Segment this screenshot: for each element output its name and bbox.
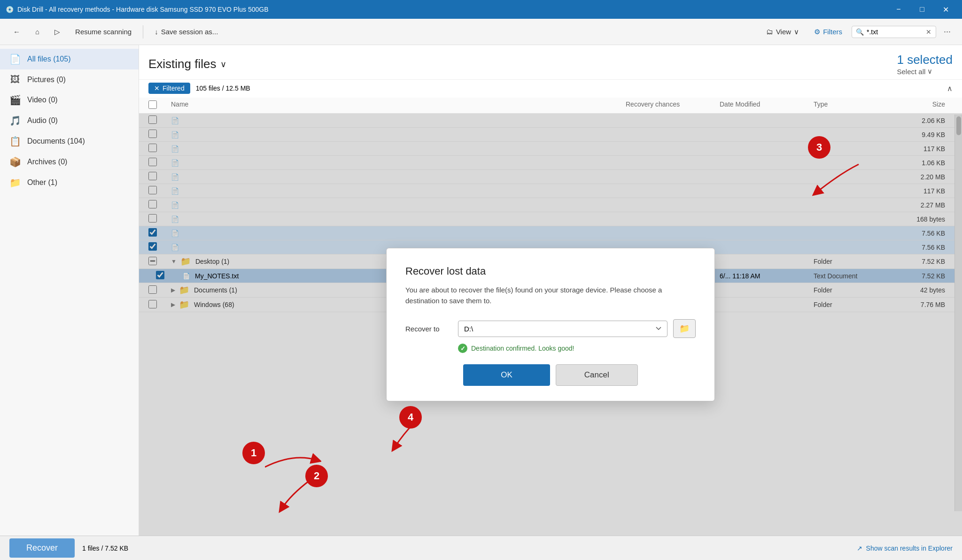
search-box: 🔍 ✕ [852, 26, 936, 38]
sidebar-item-archives-label: Archives (0) [27, 158, 67, 166]
resume-label: Resume scanning [75, 28, 132, 36]
explorer-label: Show scan results in Explorer [866, 545, 953, 552]
resume-scanning-button[interactable]: Resume scanning [70, 25, 137, 38]
close-button[interactable]: ✕ [935, 0, 956, 19]
title-bar-text: Disk Drill - All recovery methods - Hard… [17, 6, 269, 13]
save-icon: ↓ [155, 28, 158, 36]
content-header: Existing files ∨ 1 selected Select all ∨ [139, 45, 962, 80]
save-session-label: Save session as... [161, 28, 218, 36]
browse-folder-button[interactable]: 📁 [673, 319, 696, 338]
filter-file-info: 105 files / 12.5 MB [196, 84, 250, 92]
recover-to-row: Recover to D:\ 📁 [405, 319, 696, 338]
documents-icon: 📋 [9, 136, 21, 147]
home-button[interactable]: ⌂ [30, 25, 45, 38]
back-icon: ← [13, 28, 20, 36]
main-layout: 📄 All files (105) 🖼 Pictures (0) 🎬 Video… [0, 45, 962, 536]
col-size-header: Size [889, 100, 945, 110]
bottom-bar: Recover 1 files / 7.52 KB ↗ Show scan re… [0, 536, 962, 560]
filters-button[interactable]: ⚙ Filters [808, 25, 848, 39]
save-session-button[interactable]: ↓ Save session as... [149, 25, 224, 38]
sidebar-item-documents-label: Documents (104) [27, 137, 85, 146]
toolbar: ← ⌂ ▷ Resume scanning ↓ Save session as.… [0, 19, 962, 45]
play-icon: ▷ [54, 28, 60, 36]
title-bar-left: 💿 Disk Drill - All recovery methods - Ha… [6, 6, 269, 13]
sidebar-item-archives[interactable]: 📦 Archives (0) [0, 152, 139, 172]
app-icon: 💿 [6, 6, 14, 13]
explorer-icon: ↗ [857, 545, 862, 552]
confirm-message: Destination confirmed. Looks good! [471, 345, 574, 352]
bottom-file-info: 1 files / 7.52 KB [82, 545, 128, 552]
title-bar: 💿 Disk Drill - All recovery methods - Ha… [0, 0, 962, 19]
table-container[interactable]: 📄 2.06 KB 📄 9.49 KB 📄 [139, 114, 962, 536]
filtered-label: Filtered [163, 84, 185, 92]
filters-icon: ⚙ [814, 28, 820, 36]
sidebar-item-other[interactable]: 📁 Other (1) [0, 172, 139, 193]
dialog-title: Recover lost data [405, 265, 696, 277]
more-button[interactable]: ··· [940, 25, 954, 38]
dialog-ok-button[interactable]: OK [463, 364, 550, 386]
search-input[interactable] [867, 28, 923, 36]
other-icon: 📁 [9, 177, 21, 188]
sidebar-item-documents[interactable]: 📋 Documents (104) [0, 131, 139, 152]
dialog-cancel-button[interactable]: Cancel [556, 364, 638, 386]
archives-icon: 📦 [9, 156, 21, 168]
view-button[interactable]: 🗂 View ∨ [760, 25, 805, 39]
audio-icon: 🎵 [9, 115, 21, 126]
minimize-button[interactable]: − [888, 0, 909, 19]
dialog-description: You are about to recover the file(s) fou… [405, 285, 696, 306]
select-all-checkbox[interactable] [148, 100, 157, 109]
sidebar-item-audio[interactable]: 🎵 Audio (0) [0, 110, 139, 131]
browse-folder-icon: 📁 [679, 324, 690, 333]
search-icon: 🔍 [856, 28, 864, 36]
sidebar-item-pictures-label: Pictures (0) [27, 76, 66, 84]
search-clear-button[interactable]: ✕ [926, 28, 931, 36]
sidebar-item-all-files[interactable]: 📄 All files (105) [0, 49, 139, 69]
table-header: Name Recovery chances Date Modified Type… [139, 98, 962, 114]
view-label: View [776, 28, 791, 36]
view-chevron: ∨ [794, 28, 799, 36]
show-in-explorer-link[interactable]: ↗ Show scan results in Explorer [857, 545, 953, 552]
content-title-text: Existing files [148, 57, 217, 71]
confirm-checkmark-icon: ✓ [458, 344, 467, 353]
filtered-tag: ✕ Filtered [148, 83, 190, 94]
filters-label: Filters [823, 28, 842, 36]
video-icon: 🎬 [9, 94, 21, 106]
select-all-label: Select all [897, 68, 925, 76]
selected-count: 1 selected [897, 53, 953, 67]
col-rec-chances-header: Recovery chances [626, 100, 720, 110]
col-date-header: Date Modified [720, 100, 814, 110]
content-title-chevron[interactable]: ∨ [220, 59, 226, 69]
destination-select[interactable]: D:\ [458, 321, 667, 337]
sidebar: 📄 All files (105) 🖼 Pictures (0) 🎬 Video… [0, 45, 139, 536]
sidebar-item-audio-label: Audio (0) [27, 116, 58, 125]
sidebar-item-pictures[interactable]: 🖼 Pictures (0) [0, 69, 139, 90]
sidebar-item-video-label: Video (0) [27, 96, 58, 104]
select-all-chevron: ∨ [927, 67, 932, 76]
all-files-icon: 📄 [9, 54, 21, 65]
maximize-button[interactable]: □ [911, 0, 933, 19]
selection-info: 1 selected Select all ∨ [897, 53, 953, 76]
filter-bar: ✕ Filtered 105 files / 12.5 MB ∧ [139, 80, 962, 98]
col-scroll-header [945, 100, 953, 110]
select-all-row[interactable]: Select all ∨ [897, 67, 953, 76]
col-name-header: Name [171, 100, 626, 110]
content-area: Existing files ∨ 1 selected Select all ∨… [139, 45, 962, 536]
toolbar-separator-1 [143, 25, 143, 38]
filter-x-button[interactable]: ✕ [154, 84, 160, 92]
title-bar-controls: − □ ✕ [888, 0, 956, 19]
pictures-icon: 🖼 [9, 74, 21, 85]
col-checkbox [148, 100, 171, 110]
content-title-row: Existing files ∨ [148, 57, 226, 71]
sidebar-item-all-files-label: All files (105) [27, 55, 70, 63]
destination-confirm: ✓ Destination confirmed. Looks good! [458, 344, 696, 353]
sidebar-item-other-label: Other (1) [27, 178, 57, 187]
recover-to-label: Recover to [405, 325, 452, 333]
back-button[interactable]: ← [8, 25, 26, 38]
recover-button[interactable]: Recover [9, 538, 75, 558]
col-type-header: Type [814, 100, 889, 110]
dialog-buttons: OK Cancel [405, 364, 696, 386]
home-icon: ⌂ [35, 28, 39, 36]
sidebar-item-video[interactable]: 🎬 Video (0) [0, 90, 139, 110]
play-button[interactable]: ▷ [49, 25, 66, 39]
collapse-button[interactable]: ∧ [947, 84, 953, 93]
